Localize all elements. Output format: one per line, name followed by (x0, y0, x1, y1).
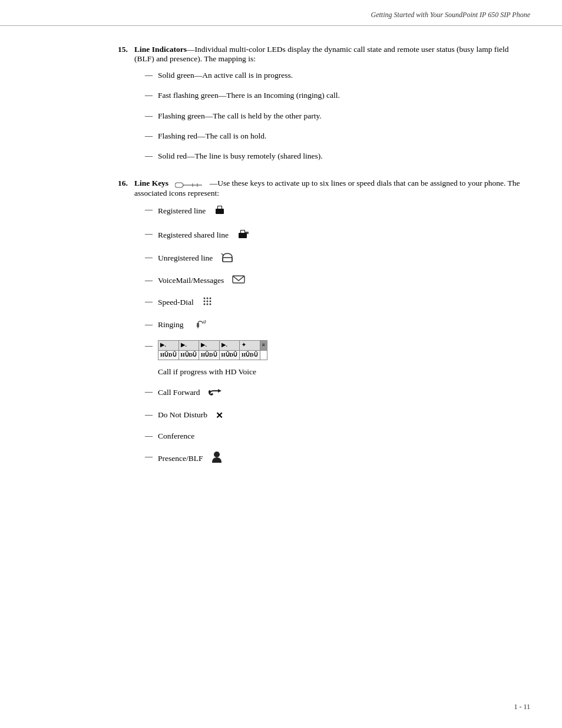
bullet-text-solid-green: Solid green—An active call is in progres… (158, 70, 530, 81)
bullet-text-call-forward: Call Forward (158, 386, 530, 401)
bullet-dash: — (145, 228, 158, 238)
bullet-solid-green: — Solid green—An active call is in progr… (145, 70, 530, 81)
bullet-flashing-red: — Flashing red—The call is on hold. (145, 130, 530, 142)
section-16: 16. Line Keys —Use these keys to activat… (118, 179, 530, 475)
section-15-title: Line Indicators—Individual multi-color L… (134, 45, 509, 63)
do-not-disturb-icon: ✕ (216, 409, 223, 423)
bullet-dash: — (145, 409, 158, 419)
unregistered-line-icon (221, 252, 234, 266)
section-16-title: Line Keys —Use these keys to activate up… (134, 179, 520, 197)
bullet-text-presence: Presence/BLF (158, 451, 530, 467)
bullet-text-fast-green: Fast flashing green—There is an Incoming… (158, 90, 530, 101)
bullet-text-unregistered-line: Unregistered line (158, 252, 530, 266)
bullet-call-forward: — Call Forward (145, 386, 530, 401)
registered-line-icon (214, 204, 226, 220)
bullet-speed-dial: — Speed-Dial (145, 296, 530, 311)
bullet-dash: — (145, 252, 158, 262)
bullet-dash: — (145, 110, 158, 120)
svg-point-18 (206, 301, 208, 302)
call-forward-icon (209, 386, 222, 401)
svg-rect-11 (223, 258, 232, 262)
hd-voice-table: ▶․ ▶․ ▶․ ▶․ ✦ ≡ HǓDǓ H (158, 340, 267, 360)
svg-point-19 (209, 301, 211, 302)
svg-marker-25 (218, 389, 222, 393)
bullet-dash: — (145, 319, 158, 329)
ringing-icon (192, 319, 206, 332)
svg-rect-4 (216, 209, 224, 214)
svg-point-15 (206, 298, 208, 299)
bullet-presence-blf: — Presence/BLF (145, 451, 530, 467)
bullet-dash: — (145, 204, 158, 214)
svg-rect-9 (241, 230, 244, 233)
page-content: 15. Line Indicators—Individual multi-col… (0, 26, 562, 515)
bullet-text-voicemail: VoiceMail/Messages (158, 275, 530, 288)
bullet-text-solid-red: Solid red—The line is busy remotely (sha… (158, 150, 530, 162)
bullet-text-shared-line: Registered shared line (158, 228, 530, 244)
section-15-number: 15. (118, 45, 134, 54)
speed-dial-icon (202, 296, 213, 311)
bullet-ringing: — Ringing (145, 319, 530, 332)
svg-point-20 (203, 304, 205, 305)
section-15-bullets: — Solid green—An active call is in progr… (145, 70, 530, 162)
page-number: 1 - 11 (514, 703, 530, 711)
svg-point-21 (206, 304, 208, 305)
bullet-dash: — (145, 275, 158, 285)
line-keys-icon (175, 179, 203, 189)
bullet-registered-shared-line: — Registered shared line (145, 228, 530, 244)
bullet-text-ringing: Ringing (158, 319, 530, 332)
svg-point-26 (214, 452, 220, 457)
section-16-content: Line Keys —Use these keys to activate up… (134, 179, 530, 475)
bullet-text-flashing-green: Flashing green—The call is held by the o… (158, 110, 530, 122)
bullet-text-flashing-red: Flashing red—The call is on hold. (158, 130, 530, 142)
bullet-do-not-disturb: — Do Not Disturb ✕ (145, 409, 530, 423)
page-header: Getting Started with Your SoundPoint IP … (0, 0, 562, 26)
svg-point-14 (203, 298, 205, 299)
bullet-text-speed-dial: Speed-Dial (158, 296, 530, 311)
bullet-dash: — (145, 340, 158, 350)
bullet-hd-voice: — ▶․ ▶․ ▶․ ▶․ ✦ (145, 340, 530, 378)
section-16-bullets: — Registered line — (145, 204, 530, 467)
bullet-text-conference: Conference (158, 430, 530, 442)
bullet-registered-line: — Registered line (145, 204, 530, 220)
bullet-dash: — (145, 451, 158, 461)
svg-rect-10 (245, 232, 249, 234)
registered-shared-line-icon (237, 228, 250, 244)
svg-point-17 (203, 301, 205, 302)
voicemail-icon (232, 275, 245, 288)
section-15: 15. Line Indicators—Individual multi-col… (118, 45, 530, 170)
bullet-voicemail: — VoiceMail/Messages (145, 275, 530, 288)
bullet-unregistered-line: — Unregistered line (145, 252, 530, 266)
header-title: Getting Started with Your SoundPoint IP … (371, 11, 530, 19)
bullet-solid-red: — Solid red—The line is busy remotely (s… (145, 150, 530, 162)
bullet-dash: — (145, 70, 158, 80)
svg-point-16 (209, 298, 211, 299)
bullet-dash: — (145, 430, 158, 440)
svg-rect-23 (197, 323, 199, 327)
page-footer: 1 - 11 (514, 703, 530, 711)
svg-rect-0 (175, 183, 183, 187)
bullet-dash: — (145, 90, 158, 100)
bullet-text-registered-line: Registered line (158, 204, 530, 220)
bullet-dash: — (145, 150, 158, 160)
bullet-dash: — (145, 296, 158, 306)
presence-blf-icon (211, 451, 222, 467)
bullet-dash: — (145, 386, 158, 396)
bullet-conference: — Conference (145, 430, 530, 442)
bullet-fast-green: — Fast flashing green—There is an Incomi… (145, 90, 530, 101)
svg-point-22 (209, 304, 211, 305)
bullet-dash: — (145, 130, 158, 140)
bullet-text-hd-voice: ▶․ ▶․ ▶․ ▶․ ✦ ≡ HǓDǓ H (158, 340, 530, 378)
bullet-flashing-green: — Flashing green—The call is held by the… (145, 110, 530, 122)
section-16-number: 16. (118, 179, 134, 188)
section-15-content: Line Indicators—Individual multi-color L… (134, 45, 530, 170)
bullet-text-dnd: Do Not Disturb ✕ (158, 409, 530, 423)
svg-rect-6 (218, 206, 222, 209)
